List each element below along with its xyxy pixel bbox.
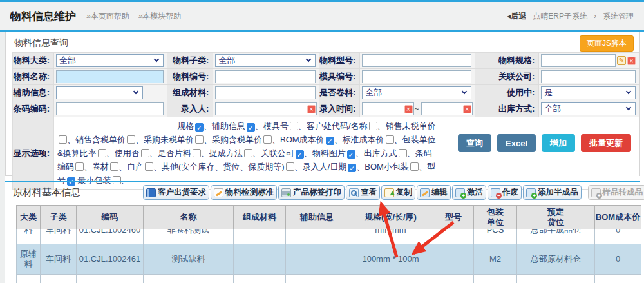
display-option-checkbox[interactable] [348, 164, 356, 172]
col-header-sub-class[interactable]: 子类 [41, 206, 77, 229]
material-inspection-standard-button[interactable]: 物料检测标准 [211, 185, 277, 200]
col-header-reserved-location[interactable]: 预定 货位 [517, 206, 595, 229]
display-option-checkbox[interactable] [326, 137, 334, 145]
view-button[interactable]: 查看 [346, 185, 380, 200]
display-option-checkbox[interactable] [347, 150, 355, 159]
display-option-checkbox[interactable] [386, 135, 394, 144]
spec-clear-icon[interactable]: × [627, 57, 636, 65]
display-option-checkbox[interactable] [193, 149, 201, 157]
display-option-checkbox[interactable] [113, 176, 121, 184]
page-js-script-button[interactable]: 页面JS脚本 [580, 35, 634, 52]
display-option-checkbox[interactable] [296, 150, 304, 159]
system-crumb-link[interactable]: 点晴ERP子系统 [533, 11, 587, 22]
spec-editor-icon[interactable]: ✎ [617, 56, 626, 65]
material-code-input[interactable] [215, 70, 316, 83]
option-separator: 、 [304, 148, 312, 158]
module-help-link[interactable]: »本模块帮助 [138, 11, 182, 22]
display-option-checkbox[interactable] [145, 162, 153, 171]
display-option-label: 自产 [127, 162, 144, 171]
display-option: BOM成本价、 [280, 135, 343, 144]
copy-button[interactable]: 复制 [381, 185, 415, 200]
material-subclass-select[interactable]: 全部 [215, 54, 316, 67]
display-option: 辅助信息、 [212, 121, 263, 131]
display-option-checkbox[interactable] [75, 162, 84, 171]
entry-time-from-clear-icon[interactable]: × [404, 105, 413, 113]
customer-shipping-requirements-button[interactable]: 客户出货要求 [143, 185, 209, 200]
option-separator: 、 [204, 121, 212, 131]
display-option-checkbox[interactable] [127, 135, 135, 144]
display-option-label: 是否片料 [158, 148, 191, 158]
table-row-selected[interactable]: 原辅料 车间料 01.CJL.1002461 测试缺料 100mm * 100m… [17, 244, 641, 275]
option-separator: 、 [334, 135, 343, 144]
entry-time-tilde: ~ [414, 104, 420, 113]
add-semi-product-button[interactable]: 添加半成品 [523, 185, 582, 200]
book-icon [146, 188, 156, 197]
col-header-big-class[interactable]: 大类 [17, 206, 41, 229]
material-name-input[interactable] [56, 70, 164, 83]
display-option-checkbox[interactable] [247, 123, 255, 132]
col-header-code[interactable]: 编码 [77, 206, 144, 229]
table-row-empty[interactable] [17, 275, 641, 283]
edit-button[interactable]: 编辑 [417, 185, 451, 200]
col-header-spec[interactable]: 规格(宽/长/厚) [348, 206, 433, 229]
search-button[interactable]: 查询 [458, 134, 491, 152]
display-option-checkbox[interactable] [410, 162, 419, 171]
outbound-mode-value: 全部 [544, 104, 561, 113]
col-header-bom-cost[interactable]: BOM成本价 [595, 206, 641, 229]
chevron-down-icon [306, 57, 311, 62]
col-header-pack-unit[interactable]: 包装 单位 [474, 206, 517, 229]
sample-to-product-button: 样品转成品 [588, 185, 644, 200]
composition-input[interactable] [215, 86, 316, 99]
display-option-checkbox[interactable] [195, 135, 204, 144]
table-row-partial[interactable]: 料 车间料 01.CJL.1002460 非卷料测试 mm*mm PCS 总部半… [17, 229, 641, 244]
entry-person-input[interactable] [215, 102, 317, 115]
col-header-name[interactable]: 名称 [144, 206, 234, 229]
display-option: 关联公司、 [261, 148, 312, 158]
aux-info-label: 辅助信息: [13, 85, 54, 101]
display-option-checkbox[interactable] [141, 149, 149, 157]
in-use-select[interactable]: 是 [541, 86, 636, 99]
mold-code-input[interactable] [362, 70, 471, 83]
display-option-label: 提成方法 [209, 148, 243, 158]
is-roll-select[interactable]: 全部 [362, 86, 471, 99]
display-option-checkbox[interactable] [290, 122, 298, 130]
col-header-model[interactable]: 型号 [433, 206, 474, 229]
outbound-mode-select[interactable]: 全部 [541, 102, 636, 115]
product-label-print-button[interactable]: 产品标签打印 [278, 185, 345, 200]
query-actions: 查询 Excel 增加 批量更新 [458, 134, 631, 152]
display-option-checkbox[interactable] [59, 135, 67, 144]
aux-info-select[interactable] [56, 86, 143, 99]
display-option-checkbox[interactable] [263, 135, 272, 144]
add-button[interactable]: 增加 [542, 134, 575, 152]
display-option-checkbox[interactable] [369, 122, 377, 130]
display-option-checkbox[interactable] [286, 162, 294, 171]
related-company-input[interactable] [541, 70, 636, 83]
col-header-composition[interactable]: 组成材料 [234, 206, 286, 229]
batch-update-button[interactable]: 批量更新 [581, 134, 631, 152]
void-button[interactable]: 作废 [488, 185, 522, 200]
back-button[interactable]: ◂后退 [507, 11, 526, 22]
display-option-checkbox[interactable] [110, 162, 118, 171]
option-separator: 、 [201, 148, 209, 158]
barcode-input[interactable] [56, 102, 164, 115]
col-header-aux-info[interactable]: 辅助信息 [286, 206, 348, 229]
entry-time-to-clear-icon[interactable]: × [463, 105, 471, 113]
entry-person-clear-icon[interactable]: × [307, 105, 316, 113]
display-option-checkbox[interactable] [244, 149, 252, 157]
option-separator: 、 [153, 162, 162, 171]
section-crumb-link[interactable]: 系统管理 [603, 11, 634, 22]
cell-spec: mm*mm [348, 229, 433, 235]
page-help-link[interactable]: »本页面帮助 [86, 11, 129, 22]
material-spec-input[interactable] [541, 54, 616, 67]
activate-button[interactable]: 激活 [452, 185, 486, 200]
excel-export-button[interactable]: Excel [497, 134, 536, 152]
display-option: 采购含税单价、 [212, 135, 280, 144]
display-option-checkbox[interactable] [195, 123, 204, 132]
material-class-select[interactable]: 全部 [56, 54, 164, 67]
material-model-input[interactable] [362, 54, 471, 67]
material-class-label: 物料大类: [13, 53, 54, 69]
display-option-checkbox[interactable] [399, 149, 407, 157]
display-option-checkbox[interactable] [98, 149, 106, 157]
display-option: 销售含税单价、 [75, 135, 144, 144]
cell-big-class: 料 [17, 229, 40, 235]
